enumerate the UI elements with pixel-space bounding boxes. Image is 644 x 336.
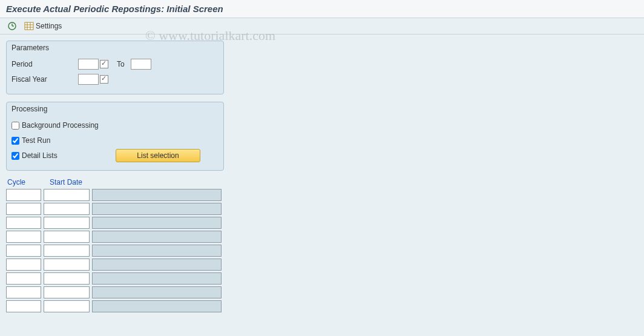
table-row: [6, 300, 638, 312]
start-date-input[interactable]: [44, 272, 90, 285]
cycle-input[interactable]: [6, 203, 41, 215]
list-selection-button[interactable]: List selection: [116, 149, 200, 162]
svg-rect-3: [25, 22, 33, 30]
table-row: [6, 245, 638, 257]
cycle-input[interactable]: [6, 231, 41, 243]
start-date-input[interactable]: [44, 203, 90, 215]
description-input[interactable]: [92, 189, 222, 201]
start-date-input[interactable]: [44, 259, 90, 271]
table-row: [6, 189, 638, 201]
search-help-icon[interactable]: [100, 60, 108, 68]
to-label: To: [117, 60, 125, 68]
col-header-cycle[interactable]: Cycle: [7, 178, 46, 186]
table-row: [6, 272, 638, 285]
description-input[interactable]: [92, 286, 222, 298]
content-area: Parameters Period To Fiscal Year Process…: [0, 35, 644, 320]
table-icon: [24, 21, 34, 31]
detail-lists-checkbox[interactable]: [12, 152, 19, 160]
start-date-input[interactable]: [44, 286, 90, 298]
description-input[interactable]: [92, 217, 222, 229]
cycle-input[interactable]: [6, 245, 41, 257]
period-to-input[interactable]: [131, 59, 151, 70]
parameters-group: Parameters Period To Fiscal Year: [6, 41, 224, 94]
detail-lists-label: Detail Lists: [22, 151, 116, 160]
table-row: [6, 217, 638, 229]
description-input[interactable]: [92, 300, 222, 312]
description-input[interactable]: [92, 245, 222, 257]
cycle-input[interactable]: [6, 286, 41, 298]
page-title: Execute Actual Periodic Repostings: Init…: [6, 4, 223, 14]
table-row: [6, 259, 638, 271]
description-input[interactable]: [92, 203, 222, 215]
cycle-input[interactable]: [6, 189, 41, 201]
cycle-input[interactable]: [6, 272, 41, 285]
description-input[interactable]: [92, 231, 222, 243]
description-input[interactable]: [92, 259, 222, 271]
start-date-input[interactable]: [44, 231, 90, 243]
table-row: [6, 286, 638, 298]
processing-group: Processing Background Processing Test Ru…: [6, 102, 224, 171]
start-date-input[interactable]: [44, 189, 90, 201]
settings-button[interactable]: Settings: [22, 21, 64, 31]
background-processing-label: Background Processing: [22, 121, 116, 130]
title-bar: Execute Actual Periodic Repostings: Init…: [0, 0, 644, 18]
parameters-legend: Parameters: [7, 41, 223, 53]
settings-label: Settings: [36, 22, 62, 30]
fiscal-year-row: Fiscal Year: [12, 73, 218, 86]
cycle-input[interactable]: [6, 300, 41, 312]
start-date-input[interactable]: [44, 217, 90, 229]
search-help-icon[interactable]: [100, 75, 108, 84]
table-row: [6, 203, 638, 215]
processing-legend: Processing: [7, 102, 223, 114]
period-row: Period To: [12, 58, 218, 71]
test-run-checkbox[interactable]: [12, 137, 19, 145]
execute-icon[interactable]: [6, 21, 18, 31]
period-label: Period: [12, 60, 78, 68]
start-date-input[interactable]: [44, 245, 90, 257]
cycle-table: Cycle Start Date: [6, 178, 638, 312]
cycle-input[interactable]: [6, 217, 41, 229]
col-header-start-date[interactable]: Start Date: [50, 178, 98, 186]
period-input[interactable]: [78, 59, 99, 70]
description-input[interactable]: [92, 272, 222, 285]
fiscal-year-input[interactable]: [78, 74, 99, 85]
fiscal-year-label: Fiscal Year: [12, 75, 78, 84]
table-row: [6, 231, 638, 243]
start-date-input[interactable]: [44, 300, 90, 312]
test-run-label: Test Run: [22, 136, 116, 145]
toolbar: Settings: [0, 18, 644, 35]
background-processing-checkbox[interactable]: [12, 122, 19, 130]
cycle-input[interactable]: [6, 259, 41, 271]
